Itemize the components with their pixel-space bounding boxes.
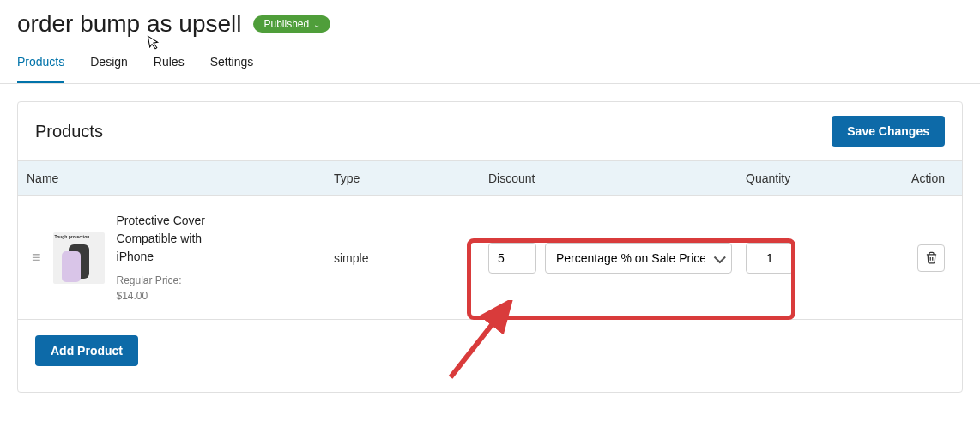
add-product-button[interactable]: Add Product [35, 335, 138, 366]
save-changes-button[interactable]: Save Changes [832, 116, 945, 147]
tabs: Products Design Rules Settings [0, 38, 980, 84]
table-row: ≡ Tough protection Protective Cover Comp… [18, 196, 962, 320]
thumb-caption: Tough protection [55, 234, 90, 239]
status-badge[interactable]: Published ⌄ [253, 15, 330, 33]
drag-handle-icon[interactable]: ≡ [27, 255, 41, 261]
trash-icon [925, 251, 938, 264]
table-header: Name Type Discount Quantity Action [18, 160, 962, 196]
quantity-input[interactable] [746, 243, 794, 274]
product-name: Protective Cover Compatible with iPhone [117, 212, 220, 266]
delete-button[interactable] [917, 244, 945, 272]
page-title: order bump as upsell [17, 10, 241, 38]
regular-price: Regular Price: $14.00 [117, 273, 220, 304]
product-thumbnail: Tough protection [53, 232, 105, 284]
status-label: Published [263, 18, 309, 30]
col-header-action: Action [883, 171, 953, 185]
discount-value-input[interactable] [488, 243, 536, 274]
panel-title: Products [35, 122, 103, 141]
tab-rules[interactable]: Rules [154, 55, 185, 83]
chevron-down-icon: ⌄ [313, 20, 320, 29]
col-header-type: Type [334, 171, 488, 185]
col-header-discount: Discount [488, 171, 746, 185]
discount-type-select[interactable]: Percentage % on Sale Price [545, 243, 732, 274]
products-panel: Products Save Changes Name Type Discount… [17, 101, 963, 393]
tab-products[interactable]: Products [17, 55, 64, 83]
col-header-name: Name [27, 171, 334, 185]
tab-settings[interactable]: Settings [210, 55, 254, 83]
col-header-quantity: Quantity [746, 171, 883, 185]
product-type: simple [334, 251, 488, 265]
tab-design[interactable]: Design [90, 55, 128, 83]
